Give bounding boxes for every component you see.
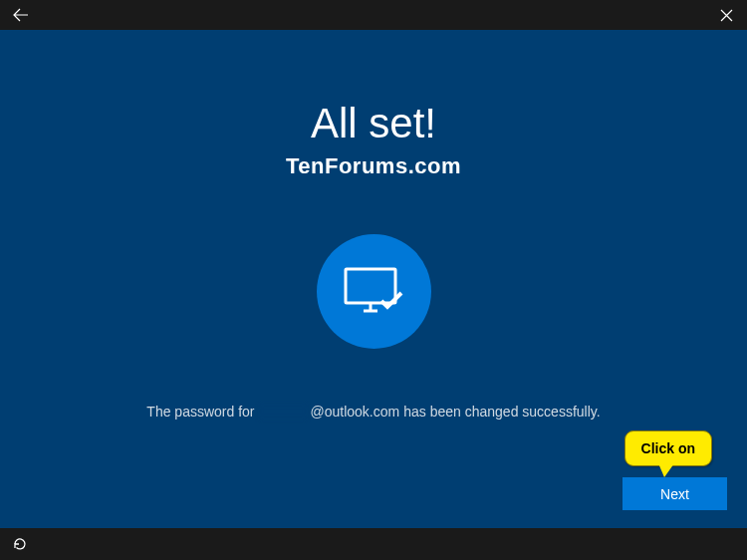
status-domain: @outlook.com [311,404,400,420]
accessibility-icon[interactable] [12,536,28,552]
redacted-username [259,405,307,419]
back-button[interactable] [12,6,30,24]
bottombar [0,528,747,560]
monitor-check-icon [344,267,403,317]
close-button[interactable] [717,6,735,24]
main-content: All set! TenForums.com The password for … [0,30,747,528]
success-icon-circle [317,234,431,349]
titlebar [0,0,747,30]
svg-rect-0 [346,269,395,303]
status-suffix: has been changed successfully. [403,404,600,420]
status-prefix: The password for [146,404,254,420]
annotation-tooltip: Click on [624,430,712,466]
page-title: All set! [311,100,436,147]
next-button[interactable]: Next [622,477,727,510]
watermark-text: TenForums.com [286,153,461,179]
status-message: The password for @outlook.com has been c… [146,404,600,420]
